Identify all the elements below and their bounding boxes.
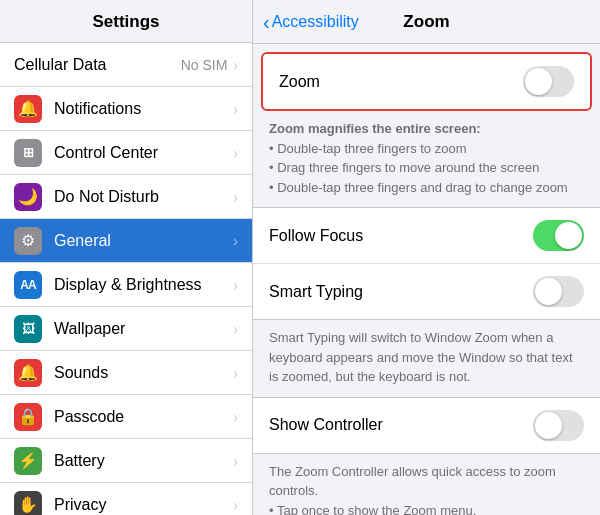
sidebar-item-do-not-disturb[interactable]: 🌙 Do Not Disturb ›: [0, 175, 252, 219]
back-chevron-icon: ‹: [263, 12, 270, 32]
zoom-desc-bullet-1: • Double-tap three fingers to zoom: [269, 141, 467, 156]
smart-typing-desc: Smart Typing will switch to Window Zoom …: [269, 328, 584, 387]
show-controller-desc-block: The Zoom Controller allows quick access …: [253, 454, 600, 516]
chevron-icon: ›: [233, 409, 238, 425]
privacy-icon: ✋: [14, 491, 42, 516]
show-controller-row[interactable]: Show Controller: [253, 398, 600, 453]
sounds-icon: 🔔: [14, 359, 42, 387]
sidebar-item-control-center[interactable]: ⊞ Control Center ›: [0, 131, 252, 175]
cellular-value: No SIM: [181, 57, 228, 73]
privacy-label: Privacy: [54, 496, 233, 514]
sounds-label: Sounds: [54, 364, 233, 382]
zoom-description-block: Zoom magnifies the entire screen: • Doub…: [253, 111, 600, 207]
chevron-icon: ›: [233, 101, 238, 117]
chevron-icon: ›: [233, 321, 238, 337]
follow-focus-label: Follow Focus: [269, 227, 533, 245]
sidebar-item-cellular[interactable]: Cellular Data No SIM ›: [0, 43, 252, 87]
follow-focus-toggle[interactable]: [533, 220, 584, 251]
show-controller-toggle-knob: [535, 412, 562, 439]
general-label: General: [54, 232, 233, 250]
wallpaper-icon: 🖼: [14, 315, 42, 343]
zoom-toggle-knob: [525, 68, 552, 95]
chevron-icon: ›: [233, 189, 238, 205]
smart-typing-row[interactable]: Smart Typing: [253, 264, 600, 319]
chevron-icon: ›: [233, 277, 238, 293]
chevron-icon: ›: [233, 145, 238, 161]
chevron-icon: ›: [233, 497, 238, 513]
passcode-icon: 🔒: [14, 403, 42, 431]
battery-icon: ⚡: [14, 447, 42, 475]
show-controller-group: Show Controller: [253, 397, 600, 454]
sidebar-item-wallpaper[interactable]: 🖼 Wallpaper ›: [0, 307, 252, 351]
zoom-toggle[interactable]: [523, 66, 574, 97]
show-controller-toggle[interactable]: [533, 410, 584, 441]
chevron-icon: ›: [233, 233, 238, 249]
battery-label: Battery: [54, 452, 233, 470]
general-icon: ⚙: [14, 227, 42, 255]
do-not-disturb-label: Do Not Disturb: [54, 188, 233, 206]
display-brightness-label: Display & Brightness: [54, 276, 233, 294]
do-not-disturb-icon: 🌙: [14, 183, 42, 211]
cellular-label: Cellular Data: [14, 56, 181, 74]
chevron-icon: ›: [233, 365, 238, 381]
smart-typing-toggle[interactable]: [533, 276, 584, 307]
sidebar-item-notifications[interactable]: 🔔 Notifications ›: [0, 87, 252, 131]
content-panel: ‹ Accessibility Zoom Zoom Zoom magnifies…: [253, 0, 600, 515]
sidebar: Settings Cellular Data No SIM › 🔔 Notifi…: [0, 0, 253, 515]
follow-focus-toggle-knob: [555, 222, 582, 249]
control-center-icon: ⊞: [14, 139, 42, 167]
zoom-desc-heading: Zoom magnifies the entire screen:: [269, 121, 481, 136]
focus-typing-group: Follow Focus Smart Typing: [253, 207, 600, 320]
sidebar-title: Settings: [0, 0, 252, 43]
zoom-desc-bullet-2: • Drag three fingers to move around the …: [269, 160, 539, 175]
sidebar-item-general[interactable]: ⚙ General ›: [0, 219, 252, 263]
zoom-desc-bullet-3: • Double-tap three fingers and drag to c…: [269, 180, 568, 195]
zoom-row[interactable]: Zoom: [263, 54, 590, 109]
back-label: Accessibility: [272, 13, 359, 31]
show-controller-bullet-1: • Tap once to show the Zoom menu.: [269, 503, 476, 516]
zoom-label: Zoom: [279, 73, 523, 91]
wallpaper-label: Wallpaper: [54, 320, 233, 338]
passcode-label: Passcode: [54, 408, 233, 426]
notifications-icon: 🔔: [14, 95, 42, 123]
sidebar-item-sounds[interactable]: 🔔 Sounds ›: [0, 351, 252, 395]
content-header: ‹ Accessibility Zoom: [253, 0, 600, 44]
sidebar-item-display-brightness[interactable]: AA Display & Brightness ›: [0, 263, 252, 307]
back-button[interactable]: ‹ Accessibility: [263, 12, 359, 32]
chevron-icon: ›: [233, 453, 238, 469]
show-controller-desc-prefix: The Zoom Controller allows quick access …: [269, 464, 556, 499]
sidebar-item-privacy[interactable]: ✋ Privacy ›: [0, 483, 252, 515]
smart-typing-toggle-knob: [535, 278, 562, 305]
show-controller-label: Show Controller: [269, 416, 533, 434]
control-center-label: Control Center: [54, 144, 233, 162]
chevron-icon: ›: [233, 57, 238, 73]
display-brightness-icon: AA: [14, 271, 42, 299]
sidebar-item-passcode[interactable]: 🔒 Passcode ›: [0, 395, 252, 439]
smart-typing-label: Smart Typing: [269, 283, 533, 301]
smart-typing-desc-block: Smart Typing will switch to Window Zoom …: [253, 320, 600, 397]
page-title: Zoom: [403, 12, 449, 32]
follow-focus-row[interactable]: Follow Focus: [253, 208, 600, 264]
sidebar-item-battery[interactable]: ⚡ Battery ›: [0, 439, 252, 483]
notifications-label: Notifications: [54, 100, 233, 118]
zoom-highlighted-section: Zoom: [261, 52, 592, 111]
